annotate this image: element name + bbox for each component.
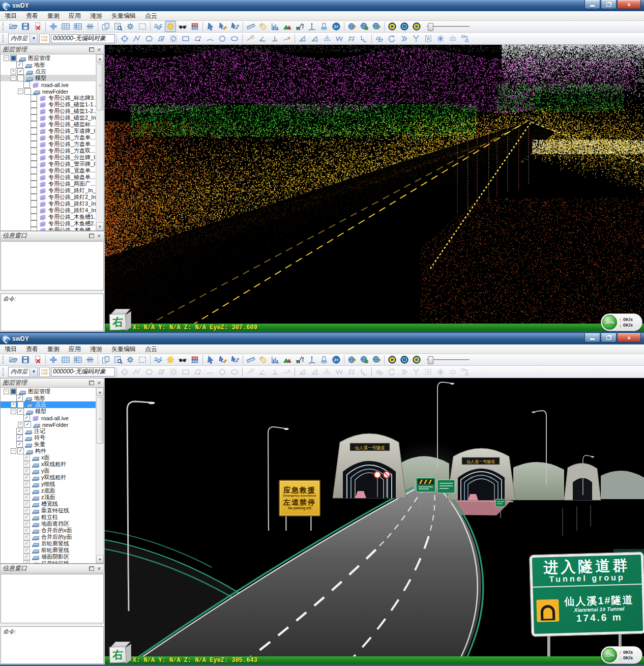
arc-icon[interactable] [204, 366, 216, 378]
dash-box-icon[interactable] [423, 33, 434, 44]
save-icon[interactable] [20, 354, 31, 365]
chevron-down-icon[interactable]: ▼ [30, 35, 38, 43]
fork-icon[interactable] [411, 366, 422, 378]
globe-edit-icon[interactable] [371, 21, 382, 32]
quad-4-icon[interactable] [156, 33, 167, 44]
tree-row[interactable]: −模型 [1, 75, 96, 81]
marquee-icon[interactable] [137, 354, 148, 365]
move-star-icon[interactable] [435, 33, 446, 44]
tree-row[interactable]: ✓地形 [1, 395, 96, 401]
layer-checkbox[interactable] [31, 207, 37, 214]
command-box[interactable]: 命令: [1, 626, 104, 664]
wave-icon[interactable] [153, 21, 164, 32]
gear-icon[interactable] [125, 354, 136, 365]
trim-icon[interactable] [447, 366, 458, 378]
z-plus-icon[interactable] [331, 354, 342, 365]
marquee-icon[interactable] [137, 21, 148, 32]
tree-row[interactable]: +✓点云 [1, 68, 96, 75]
perpendicular-icon[interactable] [269, 33, 280, 44]
layers-icon[interactable] [189, 354, 200, 365]
poly-edit-icon[interactable] [192, 366, 203, 378]
link-icon[interactable] [459, 33, 471, 44]
code-input[interactable] [51, 34, 115, 43]
glasses-icon[interactable] [177, 21, 188, 32]
pause-icon[interactable] [399, 354, 410, 365]
shape-copy-icon[interactable] [374, 366, 385, 378]
float-panel-icon[interactable] [89, 381, 94, 385]
layer-checkbox[interactable]: ✓ [23, 514, 30, 520]
globe-lock-icon[interactable] [359, 21, 370, 32]
layers-icon[interactable] [189, 21, 200, 32]
code-input[interactable] [51, 367, 115, 377]
tri-select2-icon[interactable] [309, 366, 320, 378]
tag-icon[interactable] [257, 354, 269, 365]
record-icon[interactable] [411, 21, 422, 32]
layer-checkbox[interactable] [31, 220, 37, 227]
layer-checkbox[interactable] [31, 200, 37, 207]
tree-row[interactable]: ✓任意特征线 [1, 560, 96, 563]
tri-fork-icon[interactable] [321, 366, 333, 378]
menu-item[interactable]: 漫游 [85, 11, 107, 21]
expand-plus-icon[interactable]: + [18, 422, 23, 427]
close-button[interactable]: × [617, 333, 641, 342]
hexagon-icon[interactable] [143, 366, 155, 378]
l-step-icon[interactable] [358, 366, 369, 378]
tree-row[interactable]: +✓newFolder [1, 421, 96, 428]
node-arrow-icon[interactable] [229, 21, 241, 32]
layer-checkbox[interactable] [31, 187, 37, 194]
open-icon[interactable] [8, 354, 19, 365]
close-panel-icon[interactable]: ✕ [96, 233, 102, 239]
menu-item[interactable]: 矢量编辑 [107, 344, 140, 354]
hatch-icon[interactable] [346, 33, 357, 44]
fork-icon[interactable] [411, 33, 422, 44]
excavator-icon[interactable] [294, 21, 305, 32]
tri-select-icon[interactable] [297, 33, 308, 44]
layer-checkbox[interactable]: ✓ [23, 474, 30, 481]
layer-checkbox[interactable]: ✓ [23, 527, 30, 534]
menu-item[interactable]: 点云 [140, 11, 162, 21]
expand-minus-icon[interactable]: − [11, 409, 16, 414]
layer-checkbox[interactable] [31, 174, 37, 181]
l-step-icon[interactable] [358, 33, 369, 44]
point-snap-icon[interactable] [281, 33, 292, 44]
scroll-thumb[interactable] [97, 397, 103, 444]
circle-box-icon[interactable] [168, 366, 179, 378]
play-icon[interactable] [387, 21, 398, 32]
circle-icon[interactable] [217, 366, 228, 378]
point-cloud-canvas[interactable] [105, 45, 644, 332]
pause-icon[interactable] [399, 21, 410, 32]
layer-checkbox[interactable] [31, 141, 37, 148]
preview-icon[interactable] [112, 354, 124, 365]
point-snap-icon[interactable] [281, 366, 292, 378]
layer-checkbox[interactable]: ✓ [23, 547, 30, 554]
layer-checkbox[interactable]: ✓ [17, 68, 24, 75]
layer-checkbox[interactable]: ✓ [23, 520, 30, 527]
histogram-icon[interactable] [270, 354, 281, 365]
layer-checkbox[interactable] [31, 181, 37, 187]
select-arrow-icon[interactable] [205, 354, 216, 365]
layer-checkbox[interactable] [17, 401, 24, 408]
gear-icon[interactable] [125, 21, 136, 32]
copy-icon[interactable] [100, 354, 111, 365]
menu-item[interactable]: 量测 [43, 11, 64, 21]
rotate-icon[interactable] [386, 33, 397, 44]
xyz-axis-icon[interactable] [306, 21, 317, 32]
record-icon[interactable] [411, 354, 422, 365]
minimize-button[interactable] [584, 0, 600, 9]
histogram-icon[interactable] [270, 21, 281, 32]
expand-minus-icon[interactable]: − [4, 55, 9, 61]
layer-checkbox[interactable] [31, 101, 37, 108]
doc-close-icon[interactable] [32, 21, 43, 32]
preview-icon[interactable] [112, 21, 124, 32]
expand-minus-icon[interactable]: − [4, 389, 9, 394]
play-icon[interactable] [387, 354, 398, 365]
toolbar-grip[interactable] [3, 368, 6, 376]
node-arrow-icon[interactable] [229, 354, 241, 365]
layer-checkbox[interactable] [31, 167, 37, 174]
layer-checkbox[interactable] [31, 148, 37, 154]
view-cube[interactable]: 右 [108, 309, 131, 331]
close-panel-icon[interactable]: ✕ [96, 47, 102, 52]
layer-checkbox[interactable]: ✓ [23, 494, 30, 501]
layer-checkbox[interactable]: ✓ [16, 428, 23, 435]
line-snap-icon[interactable] [245, 366, 256, 378]
